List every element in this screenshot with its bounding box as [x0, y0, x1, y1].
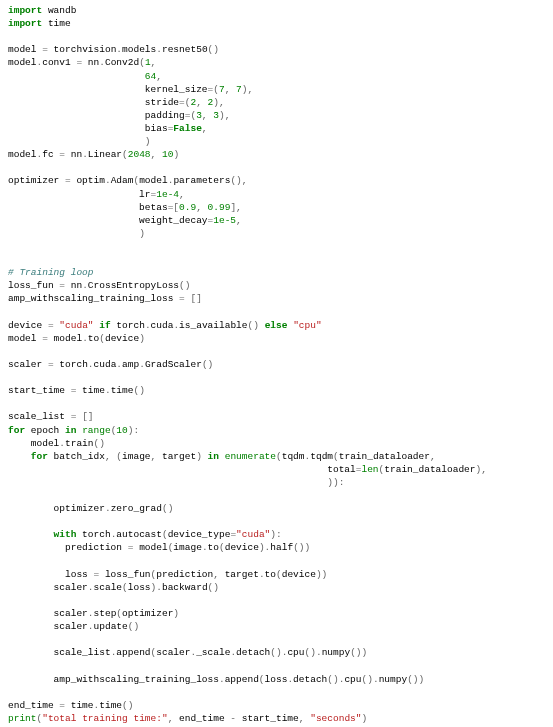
code-cell: import wandb import time model = torchvi…: [8, 4, 545, 727]
